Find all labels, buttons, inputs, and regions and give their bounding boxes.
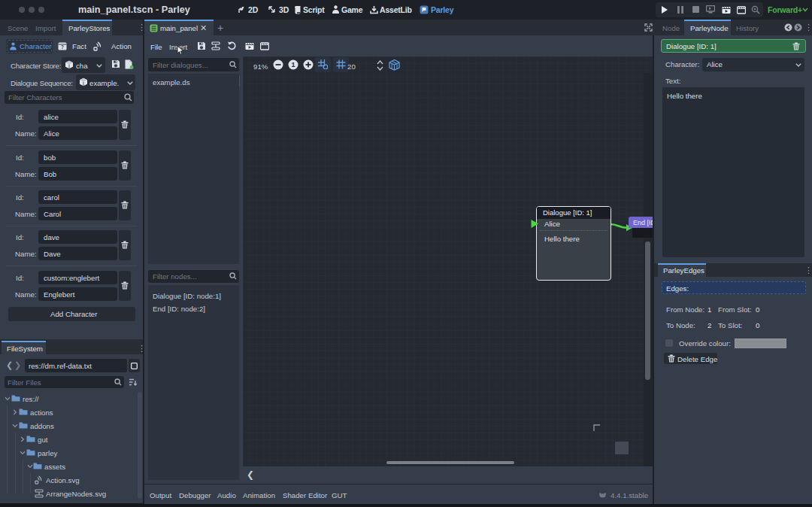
svg-text:?: ?: [61, 44, 64, 50]
svg-text:1: 1: [291, 61, 295, 68]
